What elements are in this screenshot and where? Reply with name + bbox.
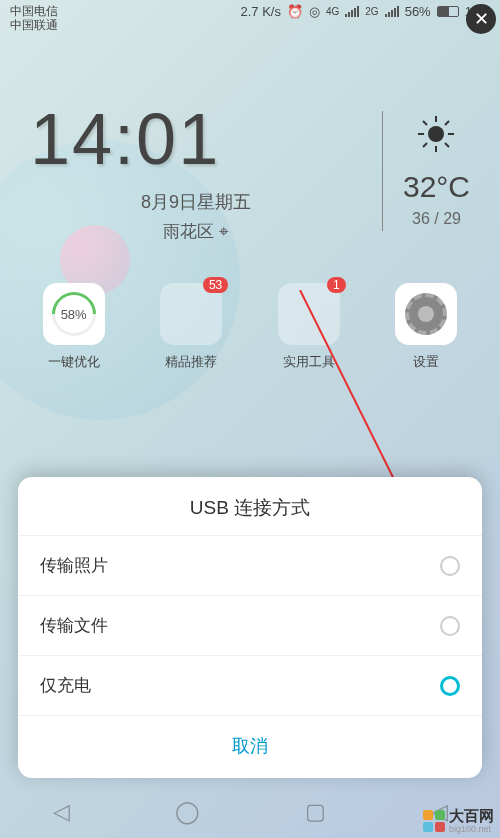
- clock-time: 14:01: [30, 98, 362, 180]
- net-type-2: 2G: [365, 6, 378, 17]
- watermark: 大百网 big100.net: [423, 807, 494, 834]
- alarm-icon: ⏰: [287, 4, 303, 19]
- svg-line-6: [445, 143, 449, 147]
- status-bar: 中国电信 中国联通 2.7 K/s ⏰ ◎ 4G 2G 56% 14:0: [0, 0, 500, 38]
- settings-label: 设置: [413, 353, 439, 371]
- optimize-percent: 58%: [61, 307, 87, 322]
- tools-folder[interactable]: 1 实用工具: [278, 283, 340, 371]
- cancel-button[interactable]: 取消: [18, 715, 482, 776]
- close-button[interactable]: ✕: [466, 4, 496, 34]
- dialog-title: USB 连接方式: [18, 477, 482, 535]
- badge-count: 1: [327, 277, 346, 293]
- signal-icon-1: [345, 6, 359, 17]
- svg-line-5: [423, 121, 427, 125]
- close-icon: ✕: [474, 8, 489, 30]
- temperature: 32°C: [403, 170, 470, 204]
- nav-back-icon[interactable]: ◁: [53, 799, 70, 825]
- recommended-folder[interactable]: 53 精品推荐: [160, 283, 222, 371]
- carrier-2: 中国联通: [10, 18, 58, 32]
- usb-dialog: USB 连接方式 传输照片 传输文件 仅充电 取消: [18, 477, 482, 778]
- optimize-label: 一键优化: [48, 353, 100, 371]
- nav-recent-icon[interactable]: ▢: [305, 799, 326, 825]
- nfc-icon: ◎: [309, 4, 320, 19]
- home-icons-row: 58% 一键优化 53 精品推荐 1 实用工具 设置: [0, 273, 500, 381]
- net-type-1: 4G: [326, 6, 339, 17]
- option-photo-transfer[interactable]: 传输照片: [18, 535, 482, 595]
- recommended-label: 精品推荐: [165, 353, 217, 371]
- option-label: 传输文件: [40, 614, 108, 637]
- nav-home-icon[interactable]: ◯: [175, 799, 200, 825]
- svg-line-8: [445, 121, 449, 125]
- weather-icon: [403, 114, 470, 162]
- gear-icon: [405, 293, 447, 335]
- temp-range: 36 / 29: [403, 210, 470, 228]
- radio-icon: [440, 556, 460, 576]
- tools-label: 实用工具: [283, 353, 335, 371]
- cancel-label: 取消: [232, 736, 268, 756]
- watermark-url: big100.net: [449, 824, 494, 834]
- svg-point-0: [428, 126, 444, 142]
- svg-line-7: [423, 143, 427, 147]
- radio-icon-selected: [440, 676, 460, 696]
- divider: [382, 111, 383, 231]
- radio-icon: [440, 616, 460, 636]
- date-text: 8月9日星期五: [30, 190, 362, 214]
- watermark-logo-icon: [423, 810, 445, 832]
- option-label: 传输照片: [40, 554, 108, 577]
- option-charge-only[interactable]: 仅充电: [18, 655, 482, 715]
- signal-icon-2: [385, 6, 399, 17]
- badge-count: 53: [203, 277, 228, 293]
- location-text: 雨花区 ⌖: [30, 220, 362, 243]
- option-file-transfer[interactable]: 传输文件: [18, 595, 482, 655]
- battery-text: 56%: [405, 4, 431, 19]
- settings-app[interactable]: 设置: [395, 283, 457, 371]
- clock-weather-widget[interactable]: 14:01 8月9日星期五 雨花区 ⌖ 32°C 36 / 29: [0, 38, 500, 273]
- battery-icon: [437, 6, 459, 17]
- carrier-1: 中国电信: [10, 4, 58, 18]
- optimize-app[interactable]: 58% 一键优化: [43, 283, 105, 371]
- net-speed: 2.7 K/s: [241, 4, 281, 19]
- option-label: 仅充电: [40, 674, 91, 697]
